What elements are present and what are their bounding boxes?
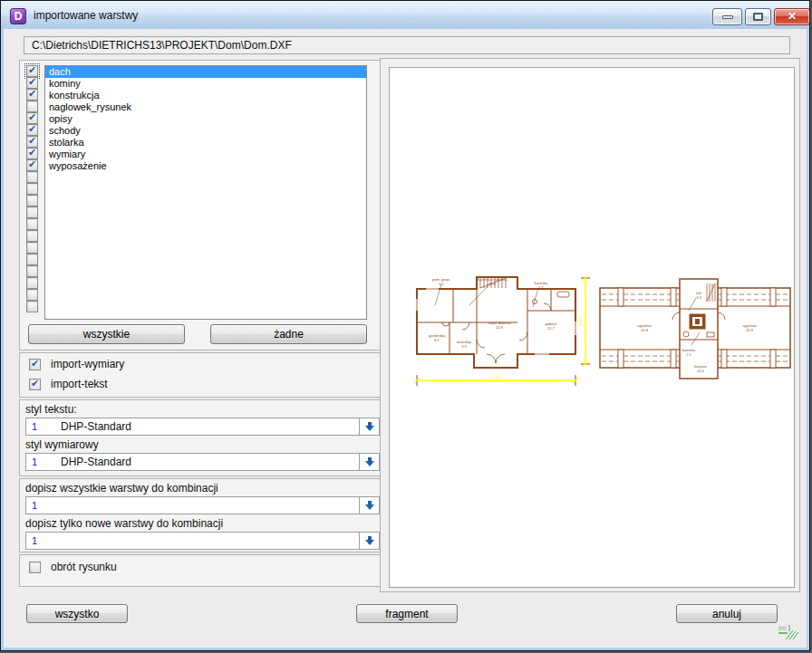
layer-checkbox[interactable] — [26, 183, 38, 195]
horizontal-dimension-label: 8.135 — [490, 375, 502, 379]
im-grip-icon: im — [777, 623, 800, 641]
cancel-button[interactable]: anuluj — [676, 604, 778, 623]
import-text-label: import-tekst — [51, 378, 108, 390]
svg-text:wiatrołap3.3: wiatrołap3.3 — [457, 340, 472, 349]
dropdown-arrow-icon[interactable] — [359, 533, 379, 549]
layer-checkbox[interactable] — [26, 254, 38, 265]
layer-checkbox[interactable] — [26, 301, 38, 312]
layer-checkbox[interactable] — [26, 230, 38, 242]
dropdown-arrow-icon[interactable] — [359, 454, 379, 470]
layer-list[interactable]: dachkominykonstrukcjanaglowek_rysunekopi… — [44, 65, 367, 320]
preview-drawing: 8.135 7.80 pom. gosp.4.2kuchnia z jadaln… — [390, 68, 796, 589]
dropdown-arrow-icon[interactable] — [359, 418, 379, 435]
svg-text:część dzienna22.8: część dzienna22.8 — [488, 321, 511, 330]
select-none-layers-button[interactable]: żadne — [210, 324, 367, 344]
svg-text:gabinet21.7: gabinet21.7 — [545, 322, 557, 331]
dxf-path-field[interactable]: C:\Dietrichs\DIETRICHS13\PROJEKT\Dom\Dom… — [24, 36, 790, 54]
layer-row[interactable]: naglowek_rysunek — [45, 101, 366, 113]
text-style-label: styl tekstu: — [25, 403, 77, 416]
close-icon: ✕ — [775, 10, 809, 23]
svg-text:kuchnia z jadalnią11.8: kuchnia z jadalnią11.8 — [478, 277, 508, 286]
text-style-dropdown[interactable]: 1 DHP-Standard — [25, 418, 380, 436]
layer-row[interactable]: wyposażenie — [45, 160, 366, 172]
append-all-layers-label: dopisz wszystkie warstwy do kombinacji — [25, 482, 218, 495]
dialog-window: D importowane warstwy ✕ C:\Dietrichs\DIE… — [0, 0, 810, 651]
svg-text:sypialnia20.8: sypialnia20.8 — [742, 323, 757, 332]
layer-checkbox[interactable] — [26, 218, 38, 230]
minimize-button[interactable] — [712, 8, 742, 25]
maximize-icon — [753, 13, 763, 21]
import-all-button[interactable]: wszystko — [26, 604, 128, 623]
layer-checkbox[interactable] — [26, 242, 38, 254]
minimize-icon — [722, 15, 733, 19]
layer-row[interactable]: wymiary — [45, 149, 366, 160]
close-button[interactable]: ✕ — [774, 8, 810, 25]
dimension-style-label: styl wymiarowy — [25, 438, 99, 451]
append-new-layers-dropdown[interactable]: 1 — [25, 532, 380, 550]
import-fragment-button[interactable]: fragment — [356, 604, 458, 623]
layer-row[interactable]: konstrukcja — [45, 90, 366, 101]
rotate-drawing-checkbox[interactable] — [29, 562, 41, 573]
preview-group: 8.135 7.80 pom. gosp.4.2kuchnia z jadaln… — [380, 58, 800, 592]
append-all-layers-value: 1 — [32, 500, 37, 511]
select-all-layers-button[interactable]: wszystkie — [28, 324, 185, 344]
title-bar[interactable]: D importowane warstwy ✕ — [1, 1, 809, 29]
layer-checkbox[interactable] — [26, 206, 38, 218]
import-dimensions-checkbox[interactable] — [29, 359, 41, 370]
svg-text:sypialnia20.8: sypialnia20.8 — [637, 323, 652, 332]
dimension-style-dropdown[interactable]: 1 DHP-Standard — [25, 453, 380, 471]
layer-checkbox[interactable] — [26, 171, 38, 183]
svg-text:im: im — [778, 624, 787, 632]
layer-row[interactable]: opisy — [45, 113, 366, 125]
text-style-index: 1 — [32, 421, 37, 432]
layer-row[interactable]: dach — [45, 66, 366, 78]
window-title: importowane warstwy — [34, 9, 138, 22]
layer-checkbox[interactable] — [26, 89, 38, 101]
import-dimensions-label: import-wymiary — [51, 358, 124, 370]
layer-row[interactable]: kominy — [45, 78, 366, 90]
svg-text:hol3.3: hol3.3 — [696, 291, 701, 300]
layer-checkbox[interactable] — [26, 277, 38, 289]
layer-checkbox[interactable] — [26, 265, 38, 277]
layer-row[interactable]: schody — [45, 125, 366, 137]
svg-text:garderoba6.1: garderoba6.1 — [429, 333, 446, 342]
layer-checkbox[interactable] — [26, 289, 38, 301]
append-new-layers-label: dopisz tylko nowe warstwy do kombinacji — [25, 517, 223, 530]
maximize-button[interactable] — [745, 8, 771, 25]
import-text-checkbox[interactable] — [29, 379, 41, 390]
text-style-value: DHP-Standard — [61, 420, 131, 433]
layer-checkbox[interactable] — [26, 195, 38, 206]
layer-checkbox[interactable] — [26, 159, 38, 171]
layer-row[interactable]: stolarka — [45, 137, 366, 149]
append-new-layers-value: 1 — [32, 535, 37, 546]
app-icon: D — [10, 8, 26, 24]
dropdown-arrow-icon[interactable] — [359, 497, 379, 514]
dimension-style-value: DHP-Standard — [61, 456, 131, 468]
layer-checkbox-column — [26, 65, 39, 312]
vertical-dimension-label: 7.80 — [578, 317, 583, 326]
rotate-drawing-label: obrót rysunku — [51, 561, 117, 573]
append-all-layers-dropdown[interactable]: 1 — [25, 496, 380, 514]
preview-canvas[interactable]: 8.135 7.80 pom. gosp.4.2kuchnia z jadaln… — [389, 67, 795, 588]
dimension-style-index: 1 — [32, 456, 37, 467]
